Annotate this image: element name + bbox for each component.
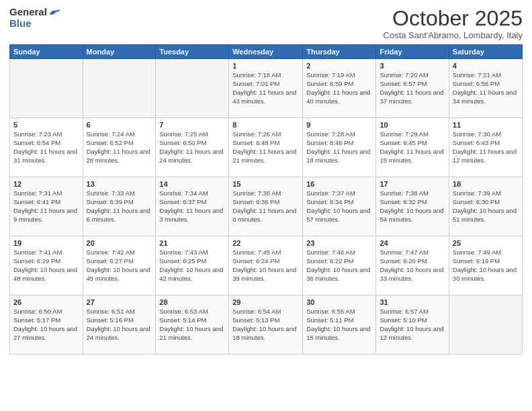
day-number: 9: [306, 121, 372, 129]
calendar-cell: 23Sunrise: 7:46 AMSunset: 6:22 PMDayligh…: [303, 236, 376, 295]
calendar-cell: 27Sunrise: 6:51 AMSunset: 5:16 PMDayligh…: [83, 295, 156, 355]
calendar-week-row: 1Sunrise: 7:18 AMSunset: 7:01 PMDaylight…: [10, 59, 523, 118]
day-number: 20: [87, 239, 152, 247]
calendar-body: 1Sunrise: 7:18 AMSunset: 7:01 PMDaylight…: [10, 59, 523, 355]
calendar-cell: 6Sunrise: 7:24 AMSunset: 6:52 PMDaylight…: [83, 118, 156, 177]
day-info: Sunrise: 7:39 AMSunset: 6:30 PMDaylight:…: [453, 189, 519, 224]
day-info: Sunrise: 6:57 AMSunset: 5:10 PMDaylight:…: [380, 308, 445, 342]
day-number: 25: [453, 239, 519, 247]
col-friday: Friday: [376, 45, 449, 59]
day-number: 14: [159, 180, 225, 188]
day-info: Sunrise: 7:41 AMSunset: 6:29 PMDaylight:…: [13, 248, 79, 283]
day-info: Sunrise: 7:25 AMSunset: 6:50 PMDaylight:…: [159, 130, 225, 165]
day-number: 1: [232, 62, 299, 70]
calendar-cell: 1Sunrise: 7:18 AMSunset: 7:01 PMDaylight…: [229, 59, 303, 118]
calendar-cell: 25Sunrise: 7:49 AMSunset: 6:19 PMDayligh…: [449, 236, 522, 295]
calendar-cell: 15Sunrise: 7:35 AMSunset: 6:36 PMDayligh…: [229, 177, 303, 236]
calendar-cell: 21Sunrise: 7:43 AMSunset: 6:25 PMDayligh…: [156, 236, 229, 295]
calendar-cell: 29Sunrise: 6:54 AMSunset: 5:13 PMDayligh…: [229, 295, 303, 355]
col-sunday: Sunday: [10, 45, 83, 59]
day-info: Sunrise: 7:23 AMSunset: 6:54 PMDaylight:…: [13, 130, 79, 165]
day-info: Sunrise: 6:55 AMSunset: 5:11 PMDaylight:…: [306, 308, 372, 342]
day-info: Sunrise: 6:54 AMSunset: 5:13 PMDaylight:…: [232, 308, 299, 342]
calendar-cell: [449, 295, 522, 355]
logo-blue: Blue: [9, 18, 32, 30]
day-info: Sunrise: 7:31 AMSunset: 6:41 PMDaylight:…: [13, 189, 79, 224]
day-info: Sunrise: 7:20 AMSunset: 6:57 PMDaylight:…: [380, 71, 445, 105]
page-header: General Blue October 2025 Costa Sant'Abr…: [9, 7, 523, 40]
day-info: Sunrise: 7:43 AMSunset: 6:25 PMDaylight:…: [159, 248, 225, 283]
logo-general: General: [9, 7, 47, 18]
day-info: Sunrise: 6:51 AMSunset: 5:16 PMDaylight:…: [87, 308, 152, 342]
col-saturday: Saturday: [449, 45, 522, 59]
day-info: Sunrise: 7:19 AMSunset: 6:59 PMDaylight:…: [306, 71, 372, 105]
calendar-cell: 11Sunrise: 7:30 AMSunset: 6:43 PMDayligh…: [449, 118, 522, 177]
day-number: 30: [306, 298, 372, 306]
calendar-cell: 3Sunrise: 7:20 AMSunset: 6:57 PMDaylight…: [376, 59, 449, 118]
month-title: October 2025: [384, 7, 523, 30]
day-info: Sunrise: 7:45 AMSunset: 6:24 PMDaylight:…: [232, 248, 299, 283]
day-number: 7: [159, 121, 225, 129]
col-thursday: Thursday: [303, 45, 376, 59]
day-number: 19: [13, 239, 79, 247]
col-tuesday: Tuesday: [156, 45, 229, 59]
day-number: 17: [380, 180, 445, 188]
calendar-cell: 28Sunrise: 6:53 AMSunset: 5:14 PMDayligh…: [156, 295, 229, 355]
day-info: Sunrise: 7:18 AMSunset: 7:01 PMDaylight:…: [232, 71, 299, 105]
day-info: Sunrise: 6:53 AMSunset: 5:14 PMDaylight:…: [159, 308, 225, 342]
calendar-header-row: Sunday Monday Tuesday Wednesday Thursday…: [10, 45, 523, 59]
day-info: Sunrise: 6:50 AMSunset: 5:17 PMDaylight:…: [13, 308, 79, 342]
calendar-cell: 7Sunrise: 7:25 AMSunset: 6:50 PMDaylight…: [156, 118, 229, 177]
day-number: 18: [453, 180, 519, 188]
day-number: 21: [159, 239, 225, 247]
day-number: 5: [13, 121, 79, 129]
calendar-cell: 19Sunrise: 7:41 AMSunset: 6:29 PMDayligh…: [10, 236, 83, 295]
day-number: 31: [380, 298, 445, 306]
calendar-cell: [156, 59, 229, 118]
day-info: Sunrise: 7:29 AMSunset: 6:45 PMDaylight:…: [380, 130, 445, 165]
day-number: 29: [232, 298, 299, 306]
calendar-cell: 30Sunrise: 6:55 AMSunset: 5:11 PMDayligh…: [303, 295, 376, 355]
calendar-cell: 12Sunrise: 7:31 AMSunset: 6:41 PMDayligh…: [10, 177, 83, 236]
calendar-cell: 5Sunrise: 7:23 AMSunset: 6:54 PMDaylight…: [10, 118, 83, 177]
day-number: 23: [306, 239, 372, 247]
day-number: 15: [232, 180, 299, 188]
logo: General Blue: [9, 7, 60, 29]
day-number: 8: [232, 121, 299, 129]
calendar-week-row: 19Sunrise: 7:41 AMSunset: 6:29 PMDayligh…: [10, 236, 523, 295]
day-number: 16: [306, 180, 372, 188]
calendar-cell: [83, 59, 156, 118]
day-number: 6: [87, 121, 152, 129]
day-info: Sunrise: 7:34 AMSunset: 6:37 PMDaylight:…: [159, 189, 225, 224]
day-info: Sunrise: 7:49 AMSunset: 6:19 PMDaylight:…: [453, 248, 519, 283]
day-info: Sunrise: 7:47 AMSunset: 6:20 PMDaylight:…: [380, 248, 445, 283]
day-info: Sunrise: 7:21 AMSunset: 6:56 PMDaylight:…: [453, 71, 519, 105]
calendar-cell: 24Sunrise: 7:47 AMSunset: 6:20 PMDayligh…: [376, 236, 449, 295]
day-number: 11: [453, 121, 519, 129]
location-subtitle: Costa Sant'Abramo, Lombardy, Italy: [384, 30, 523, 40]
calendar-cell: 16Sunrise: 7:37 AMSunset: 6:34 PMDayligh…: [303, 177, 376, 236]
day-number: 2: [306, 62, 372, 70]
day-number: 4: [453, 62, 519, 70]
day-info: Sunrise: 7:28 AMSunset: 6:46 PMDaylight:…: [306, 130, 372, 165]
day-info: Sunrise: 7:37 AMSunset: 6:34 PMDaylight:…: [306, 189, 372, 224]
calendar-cell: 10Sunrise: 7:29 AMSunset: 6:45 PMDayligh…: [376, 118, 449, 177]
calendar-cell: 13Sunrise: 7:33 AMSunset: 6:39 PMDayligh…: [83, 177, 156, 236]
calendar-cell: 17Sunrise: 7:38 AMSunset: 6:32 PMDayligh…: [376, 177, 449, 236]
day-number: 26: [13, 298, 79, 306]
day-number: 13: [87, 180, 152, 188]
day-info: Sunrise: 7:46 AMSunset: 6:22 PMDaylight:…: [306, 248, 372, 283]
day-info: Sunrise: 7:24 AMSunset: 6:52 PMDaylight:…: [87, 130, 152, 165]
calendar-week-row: 12Sunrise: 7:31 AMSunset: 6:41 PMDayligh…: [10, 177, 523, 236]
day-info: Sunrise: 7:33 AMSunset: 6:39 PMDaylight:…: [87, 189, 152, 224]
title-block: October 2025 Costa Sant'Abramo, Lombardy…: [384, 7, 523, 40]
calendar-cell: 9Sunrise: 7:28 AMSunset: 6:46 PMDaylight…: [303, 118, 376, 177]
day-info: Sunrise: 7:35 AMSunset: 6:36 PMDaylight:…: [232, 189, 299, 224]
day-number: 10: [380, 121, 445, 129]
calendar-cell: [10, 59, 83, 118]
day-info: Sunrise: 7:26 AMSunset: 6:48 PMDaylight:…: [232, 130, 299, 165]
day-info: Sunrise: 7:38 AMSunset: 6:32 PMDaylight:…: [380, 189, 445, 224]
day-number: 27: [87, 298, 152, 306]
calendar-table: Sunday Monday Tuesday Wednesday Thursday…: [9, 44, 523, 355]
calendar-cell: 20Sunrise: 7:42 AMSunset: 6:27 PMDayligh…: [83, 236, 156, 295]
